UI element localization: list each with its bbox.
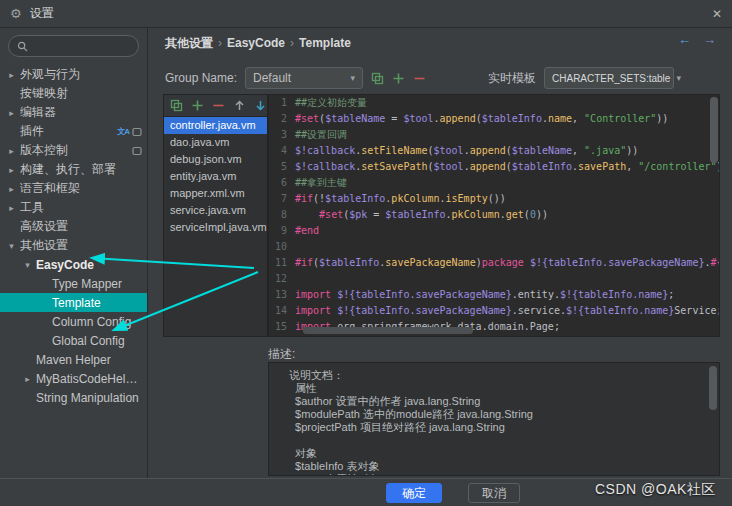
row-icons: 文A xyxy=(117,126,142,137)
sidebar-item-label: Maven Helper xyxy=(36,353,111,367)
sidebar: ▸外观与行为按键映射▸编辑器插件文A▸版本控制▸构建、执行、部署▸语言和框架▸工… xyxy=(0,28,148,478)
sidebar-item-advanced-settings[interactable]: 高级设置 xyxy=(0,217,147,236)
sidebar-item-type-mapper[interactable]: Type Mapper xyxy=(0,274,147,293)
remove-template-icon[interactable] xyxy=(212,99,225,112)
sidebar-item-mybatiscodehelperpro[interactable]: ▸MyBatisCodeHelperPro xyxy=(0,369,147,388)
ok-button[interactable]: 确定 xyxy=(386,483,442,503)
chevron-right-icon[interactable]: ▸ xyxy=(6,70,17,80)
sidebar-item-label: 构建、执行、部署 xyxy=(20,161,116,178)
chevron-right-icon[interactable]: ▸ xyxy=(6,203,17,213)
chevron-right-icon[interactable]: ▸ xyxy=(6,108,17,118)
line-number: 10 xyxy=(269,239,295,255)
sidebar-item-build-execution-deployment[interactable]: ▸构建、执行、部署 xyxy=(0,160,147,179)
move-down-icon[interactable] xyxy=(254,99,267,112)
sidebar-item-label: MyBatisCodeHelperPro xyxy=(36,372,142,386)
line-number: 1 xyxy=(269,95,295,111)
settings-dialog: ⚙ 设置 ✕ ▸外观与行为按键映射▸编辑器插件文A▸版本控制▸构建、执行、部署▸… xyxy=(0,0,732,506)
back-icon[interactable]: ← xyxy=(678,32,691,47)
sidebar-item-label: 编辑器 xyxy=(20,104,56,121)
settings-search[interactable] xyxy=(8,35,139,57)
sidebar-item-label: 外观与行为 xyxy=(20,66,80,83)
template-item[interactable]: debug.json.vm xyxy=(164,151,267,168)
chevron-right-icon[interactable]: ▸ xyxy=(6,146,17,156)
copy-group-icon[interactable] xyxy=(371,72,384,85)
breadcrumb-item[interactable]: 其他设置 xyxy=(165,36,213,50)
template-item[interactable]: controller.java.vm xyxy=(164,117,267,134)
template-item[interactable]: mapper.xml.vm xyxy=(164,185,267,202)
content-panel: 其他设置›EasyCode›Template ← → Group Name: D… xyxy=(148,28,732,478)
cancel-button[interactable]: 取消 xyxy=(468,483,520,503)
code-line: 10 xyxy=(269,239,719,255)
template-item[interactable]: dao.java.vm xyxy=(164,134,267,151)
sidebar-item-label: Type Mapper xyxy=(52,277,122,291)
sidebar-item-global-config[interactable]: Global Config xyxy=(0,331,147,350)
sidebar-item-label: EasyCode xyxy=(36,258,94,272)
sidebar-item-maven-helper[interactable]: Maven Helper xyxy=(0,350,147,369)
code-text: #end xyxy=(295,223,319,239)
line-number: 5 xyxy=(269,159,295,175)
description-scrollbar[interactable] xyxy=(709,366,717,410)
sidebar-item-string-manipulation[interactable]: String Manipulation xyxy=(0,388,147,407)
line-number: 15 xyxy=(269,319,295,335)
window-title: 设置 xyxy=(30,5,54,22)
search-input[interactable] xyxy=(33,40,130,52)
template-list-panel: controller.java.vmdao.java.vmdebug.json.… xyxy=(163,94,268,337)
sidebar-item-label: String Manipulation xyxy=(36,391,139,405)
breadcrumb-item[interactable]: Template xyxy=(299,36,351,50)
line-number: 6 xyxy=(269,175,295,191)
live-template-label: 实时模板 xyxy=(488,70,536,87)
sidebar-item-column-config[interactable]: Column Config xyxy=(0,312,147,331)
chevron-right-icon[interactable]: ▸ xyxy=(6,165,17,175)
template-item[interactable]: service.java.vm xyxy=(164,202,267,219)
chevron-right-icon[interactable]: ▸ xyxy=(22,374,33,384)
code-line: 6##拿到主键 xyxy=(269,175,719,191)
sidebar-item-tools[interactable]: ▸工具 xyxy=(0,198,147,217)
add-group-icon[interactable] xyxy=(392,72,405,85)
description-line: $projectPath 项目绝对路径 java.lang.String xyxy=(289,421,705,434)
live-template-select[interactable]: CHARACTER_SETS:table ▾ xyxy=(544,67,674,89)
chevron-down-icon[interactable]: ▾ xyxy=(22,260,33,270)
editor-hscrollbar[interactable] xyxy=(303,327,473,334)
close-icon[interactable]: ✕ xyxy=(712,7,722,21)
copy-template-icon[interactable] xyxy=(170,99,183,112)
code-line: 7#if(!$tableInfo.pkColumn.isEmpty()) xyxy=(269,191,719,207)
forward-icon[interactable]: → xyxy=(703,32,716,47)
sidebar-item-easycode[interactable]: ▾EasyCode xyxy=(0,255,147,274)
line-number: 8 xyxy=(269,207,295,223)
sidebar-item-other-settings[interactable]: ▾其他设置 xyxy=(0,236,147,255)
line-number: 11 xyxy=(269,255,295,271)
code-line: 9#end xyxy=(269,223,719,239)
remove-group-icon[interactable] xyxy=(413,72,426,85)
code-editor[interactable]: 1##定义初始变量2#set($tableName = $tool.append… xyxy=(268,94,720,337)
sidebar-item-label: 工具 xyxy=(20,199,44,216)
move-up-icon[interactable] xyxy=(233,99,246,112)
description-line xyxy=(289,434,705,447)
template-item[interactable]: entity.java.vm xyxy=(164,168,267,185)
add-template-icon[interactable] xyxy=(191,99,204,112)
group-name-select[interactable]: Default ▾ xyxy=(245,67,363,89)
code-text: $!callback.setSavePath($tool.append($tab… xyxy=(295,159,720,175)
sidebar-item-plugins[interactable]: 插件文A xyxy=(0,122,147,141)
line-number: 12 xyxy=(269,271,295,287)
sidebar-item-languages-frameworks[interactable]: ▸语言和框架 xyxy=(0,179,147,198)
sidebar-item-label: Global Config xyxy=(52,334,125,348)
sidebar-item-editor[interactable]: ▸编辑器 xyxy=(0,103,147,122)
search-area xyxy=(0,28,147,61)
chevron-down-icon[interactable]: ▾ xyxy=(6,241,17,251)
sidebar-item-label: 其他设置 xyxy=(20,237,68,254)
editor-lines: 1##定义初始变量2#set($tableName = $tool.append… xyxy=(269,95,719,335)
editor-vscrollbar[interactable] xyxy=(710,97,718,163)
template-item[interactable]: serviceImpl.java.vm xyxy=(164,219,267,236)
breadcrumb-separator: › xyxy=(285,36,299,50)
sidebar-item-template[interactable]: Template xyxy=(0,293,147,312)
breadcrumb: 其他设置›EasyCode›Template xyxy=(165,33,351,53)
sidebar-item-appearance-behavior[interactable]: ▸外观与行为 xyxy=(0,65,147,84)
sidebar-item-keymap[interactable]: 按键映射 xyxy=(0,84,147,103)
sidebar-item-label: 按键映射 xyxy=(20,85,68,102)
sidebar-item-version-control[interactable]: ▸版本控制 xyxy=(0,141,147,160)
chevron-right-icon[interactable]: ▸ xyxy=(6,184,17,194)
history-nav: ← → xyxy=(678,32,716,47)
breadcrumb-item[interactable]: EasyCode xyxy=(227,36,285,50)
code-line: 14import $!{tableInfo.savePackageName}.s… xyxy=(269,303,719,319)
group-toolbar-icons xyxy=(371,72,426,85)
